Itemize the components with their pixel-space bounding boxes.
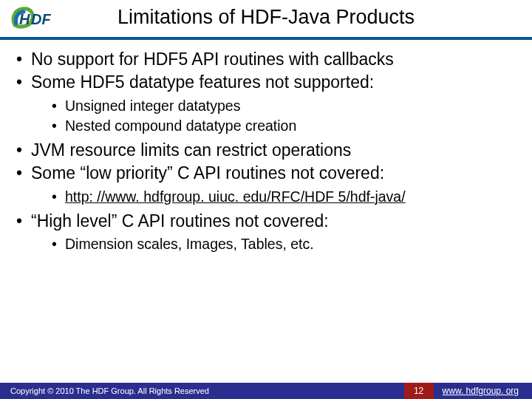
sub-text: Nested compound datatype creation	[65, 117, 296, 134]
sub-bullet: http: //www. hdfgroup. uiuc. edu/RFC/HDF…	[52, 188, 516, 206]
page-number: 12	[404, 383, 434, 399]
bullet-item: “High level” C API routines not covered:…	[16, 211, 516, 253]
footer-url[interactable]: www. hdfgroup. org	[434, 386, 532, 396]
slide-content: No support for HDF5 API routines with ca…	[16, 49, 516, 258]
footer: Copyright © 2010 The HDF Group. All Righ…	[0, 383, 532, 399]
copyright-text: Copyright © 2010 The HDF Group. All Righ…	[0, 386, 404, 395]
bullet-text: No support for HDF5 API routines with ca…	[31, 50, 394, 69]
bullet-text: JVM resource limits can restrict operati…	[31, 140, 351, 160]
sub-text: Unsigned integer datatypes	[65, 98, 240, 114]
slide-title: Limitations of HDF-Java Products	[0, 6, 532, 29]
bullet-text: “High level” C API routines not covered:	[31, 211, 329, 231]
bullet-item: No support for HDF5 API routines with ca…	[16, 49, 516, 70]
bullet-item: Some “low priority” C API routines not c…	[16, 163, 516, 205]
bullet-item: Some HDF5 datatype features not supporte…	[16, 72, 516, 134]
sub-bullet: Unsigned integer datatypes	[52, 97, 516, 115]
bullet-text: Some “low priority” C API routines not c…	[31, 163, 384, 183]
rfc-link[interactable]: http: //www. hdfgroup. uiuc. edu/RFC/HDF…	[65, 188, 406, 205]
sub-bullet: Nested compound datatype creation	[52, 117, 516, 135]
sub-bullet: Dimension scales, Images, Tables, etc.	[52, 235, 516, 253]
sub-text: Dimension scales, Images, Tables, etc.	[65, 236, 314, 252]
bullet-item: JVM resource limits can restrict operati…	[16, 140, 516, 161]
bullet-text: Some HDF5 datatype features not supporte…	[31, 72, 374, 92]
header: H DF Limitations of HDF-Java Products	[0, 0, 532, 40]
